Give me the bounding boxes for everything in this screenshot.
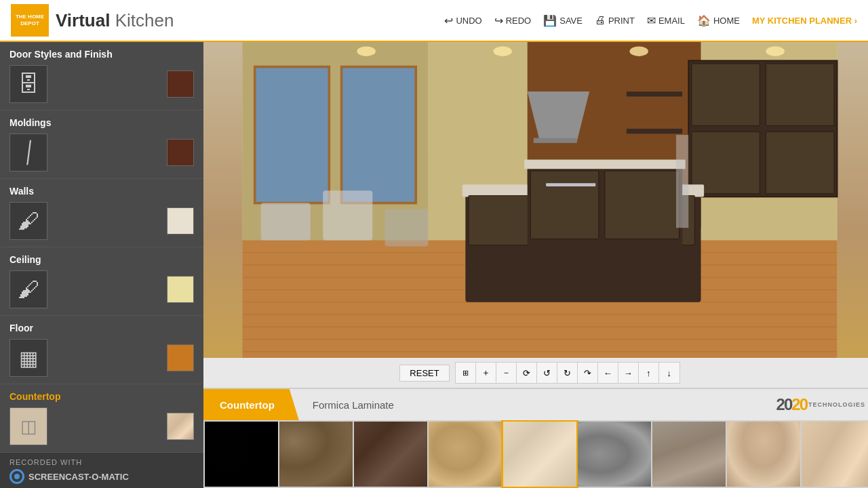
floor-row: ▦ bbox=[9, 339, 194, 377]
door-styles-section: Door Styles and Finish 🗄 bbox=[0, 42, 203, 110]
swatch-brown-speckle[interactable] bbox=[279, 422, 353, 487]
screencast-recorded-label: RECORDED WITH bbox=[9, 458, 194, 466]
content-area: RESET ⊞ ＋ － ⟳ ↺ ↻ bbox=[203, 42, 868, 488]
arrow-left-button[interactable]: ← bbox=[598, 363, 618, 383]
swatch-dark-brown[interactable] bbox=[354, 422, 427, 487]
svg-point-40 bbox=[629, 46, 648, 56]
bottom-bar: Countertop Formica Laminate 2020 TECHNOL… bbox=[203, 388, 868, 488]
rotate-ccw-button[interactable]: ↺ bbox=[537, 363, 557, 383]
svg-rect-45 bbox=[676, 135, 688, 228]
print-button[interactable]: 🖨PRINT bbox=[595, 14, 635, 26]
moldings-title: Moldings bbox=[9, 117, 194, 128]
door-styles-title: Door Styles and Finish bbox=[9, 49, 194, 60]
arrow-down-button[interactable]: ↓ bbox=[659, 363, 679, 383]
svg-point-39 bbox=[493, 46, 511, 56]
countertop-row: ◫ bbox=[9, 407, 194, 445]
zoom-reset-icon: ⊞ bbox=[462, 369, 469, 378]
app-title-light: Kitchen bbox=[115, 10, 174, 30]
swatch-light-tan[interactable] bbox=[802, 422, 868, 487]
zoom-out-button[interactable]: － bbox=[496, 363, 517, 383]
email-button[interactable]: ✉EMAIL bbox=[647, 14, 685, 27]
undo-button[interactable]: ↩UNDO bbox=[444, 14, 481, 27]
svg-rect-25 bbox=[627, 92, 682, 96]
zoom-in-icon: ＋ bbox=[481, 367, 490, 379]
walls-swatch[interactable] bbox=[167, 207, 194, 235]
door-styles-preview[interactable]: 🗄 bbox=[9, 65, 47, 103]
swatch-gray-speckle[interactable] bbox=[578, 422, 651, 487]
walls-brush-icon: 🖌 bbox=[18, 209, 39, 234]
zoom-in-button[interactable]: ＋ bbox=[476, 363, 496, 383]
arrow-left-icon: ← bbox=[604, 368, 612, 378]
app-title-bold: Virtual bbox=[56, 10, 110, 30]
kitchen-scene-svg bbox=[203, 42, 868, 358]
countertop-icon: ◫ bbox=[20, 416, 37, 437]
swatch-dark-granite[interactable] bbox=[205, 422, 278, 487]
ceiling-swatch[interactable] bbox=[167, 276, 194, 303]
rotate-cw-icon: ↻ bbox=[564, 368, 571, 378]
swatch-medium-gray[interactable] bbox=[652, 422, 726, 487]
svg-rect-24 bbox=[766, 131, 835, 193]
moldings-preview[interactable]: ╱ bbox=[9, 134, 47, 171]
countertop-section: Countertop ◫ bbox=[0, 384, 203, 453]
svg-rect-37 bbox=[605, 171, 679, 239]
redo-icon: ↪ bbox=[494, 14, 503, 27]
app-title: Virtual Kitchen bbox=[56, 10, 174, 31]
countertop-tab[interactable]: Countertop bbox=[203, 389, 299, 420]
svg-rect-22 bbox=[766, 64, 835, 125]
walls-row: 🖌 bbox=[9, 202, 194, 240]
svg-point-41 bbox=[766, 46, 785, 56]
door-styles-swatch[interactable] bbox=[167, 70, 194, 98]
svg-rect-42 bbox=[261, 203, 311, 241]
svg-rect-14 bbox=[255, 67, 330, 203]
arrow-right-button[interactable]: → bbox=[618, 363, 639, 383]
email-icon: ✉ bbox=[647, 14, 656, 27]
svg-rect-44 bbox=[385, 209, 429, 247]
svg-rect-36 bbox=[530, 171, 599, 239]
rotate-3d-button[interactable]: ⟳ bbox=[517, 363, 537, 383]
rotate-cw-button[interactable]: ↻ bbox=[557, 363, 578, 383]
swatch-sandy-granite[interactable] bbox=[429, 422, 502, 487]
countertop-preview[interactable]: ◫ bbox=[9, 407, 47, 445]
floor-section: Floor ▦ bbox=[0, 316, 203, 384]
arrow-up-button[interactable]: ↑ bbox=[639, 363, 659, 383]
moldings-swatch[interactable] bbox=[167, 139, 194, 166]
zoom-reset-button[interactable]: ⊞ bbox=[456, 363, 476, 383]
svg-rect-21 bbox=[692, 64, 760, 125]
arrow-down-icon: ↓ bbox=[667, 368, 671, 378]
rotate-3d-icon: ⟳ bbox=[523, 368, 530, 378]
home-button[interactable]: 🏠HOME bbox=[697, 14, 740, 27]
svg-point-38 bbox=[357, 46, 375, 56]
material-label: Formica Laminate bbox=[299, 399, 776, 411]
undo-icon: ↩ bbox=[444, 14, 453, 27]
technologies-text: TECHNOLOGIES bbox=[808, 401, 865, 408]
redo-button[interactable]: ↪REDO bbox=[494, 14, 532, 27]
arrow-up-icon: ↑ bbox=[646, 368, 651, 378]
print-icon: 🖨 bbox=[595, 14, 606, 26]
swatch-light-beige[interactable] bbox=[503, 422, 576, 487]
header: THE HOME DEPOT Virtual Kitchen ↩UNDO ↪RE… bbox=[0, 0, 868, 42]
walls-section: Walls 🖌 bbox=[0, 179, 203, 247]
screencast-logo: SCREENCAST-O-MATIC bbox=[9, 469, 194, 484]
floor-preview[interactable]: ▦ bbox=[9, 339, 47, 377]
countertop-swatch[interactable] bbox=[167, 413, 194, 440]
rotate-ccw-icon: ↺ bbox=[543, 368, 551, 378]
moldings-row: ╱ bbox=[9, 134, 194, 171]
save-button[interactable]: 💾SAVE bbox=[543, 14, 583, 27]
swatches-row bbox=[203, 420, 868, 488]
reset-button[interactable]: RESET bbox=[399, 365, 449, 382]
kitchen-planner-button[interactable]: MY KITCHEN PLANNER › bbox=[752, 16, 857, 26]
floor-swatch[interactable] bbox=[167, 344, 194, 371]
walls-preview[interactable]: 🖌 bbox=[9, 202, 47, 240]
screencast-brand-text: SCREENCAST-O-MATIC bbox=[28, 472, 129, 482]
ceiling-section: Ceiling 🖌 bbox=[0, 247, 203, 316]
screencast-dot-icon bbox=[14, 474, 20, 479]
floor-title: Floor bbox=[9, 323, 194, 333]
2020-logo: 2020 TECHNOLOGIES bbox=[776, 395, 865, 414]
rotate-r-button[interactable]: ↷ bbox=[578, 363, 598, 383]
screencast-watermark: RECORDED WITH SCREENCAST-O-MATIC bbox=[0, 453, 203, 488]
home-depot-logo: THE HOME DEPOT bbox=[11, 4, 49, 37]
ceiling-row: 🖌 bbox=[9, 270, 194, 308]
ceiling-preview[interactable]: 🖌 bbox=[9, 270, 47, 308]
swatch-tan-speckle[interactable] bbox=[727, 422, 800, 487]
countertop-tab-row: Countertop Formica Laminate 2020 TECHNOL… bbox=[203, 389, 868, 420]
